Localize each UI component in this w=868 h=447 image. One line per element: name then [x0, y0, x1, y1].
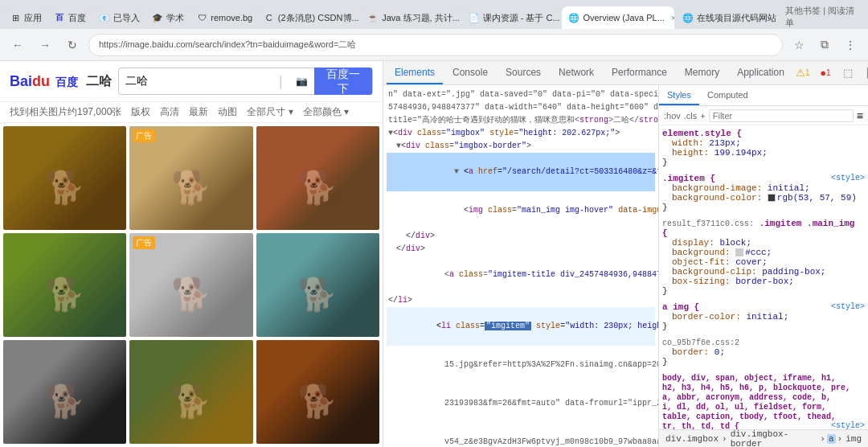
list-item[interactable]: 广告 🐕 买一只二哈多少钱上万淘宝优享品质... — [129, 233, 252, 337]
address-bar[interactable]: https://image.baidu.com/search/index?tn=… — [88, 34, 783, 56]
list-item[interactable]: 🐕 买二哈和哈士奇是一个品种吗上万的淘... — [3, 233, 126, 337]
styles-content[interactable]: element.style { width: 213px; height: 19… — [659, 125, 868, 429]
filter-gif[interactable]: 动图 — [218, 105, 237, 119]
tab-online[interactable]: 🌐 在线项目源代码网站 — [676, 6, 777, 29]
html-line[interactable]: n" data-ext=".jpg" data-saved="0" data-p… — [387, 88, 655, 101]
baidu-search-button[interactable]: 百度一下 — [314, 68, 372, 95]
html-line[interactable]: 23193983&fm=26&fmt=auto" data-fromurl="i… — [387, 384, 655, 423]
filter-latest[interactable]: 最新 — [189, 105, 208, 119]
tab-import[interactable]: 📧 已导入 — [92, 6, 144, 29]
style-prop[interactable]: object-fit: cover; — [662, 257, 865, 267]
image-thumbnail: 🐕 — [3, 233, 126, 337]
style-selector: element.style { — [662, 129, 742, 138]
tab-overview[interactable]: 🌐 Overview (Java PL... × — [562, 6, 674, 29]
baidu-search-input[interactable] — [119, 75, 272, 88]
style-prop[interactable]: border-color: initial; — [662, 312, 865, 322]
html-line[interactable]: 15.jpg&refer=http%3A%2F%2Fn.sinaimg.cn&a… — [387, 346, 655, 384]
tab-apps[interactable]: ⊞ 应用 — [3, 6, 46, 29]
style-selector-imgitem: .imgitem { — [662, 174, 715, 183]
tab-baidu[interactable]: 百 百度 — [47, 6, 90, 29]
devtab-console[interactable]: Console — [444, 62, 496, 84]
list-item[interactable]: 🐕 高冷的哈士奇遇到好动的猫咪，猫咪... — [256, 233, 379, 337]
filter-hd[interactable]: 高清 — [160, 105, 179, 119]
html-line[interactable]: ▼<div class="imgbox" style="height: 202.… — [387, 127, 655, 140]
devtab-sources[interactable]: Sources — [497, 62, 549, 84]
image-thumbnail: 🐕 — [256, 340, 379, 444]
tab-label-baidu: 百度 — [68, 12, 86, 24]
html-line[interactable]: </div> — [387, 230, 655, 243]
forward-button[interactable]: → — [34, 34, 56, 56]
devtab-elements[interactable]: Elements — [387, 62, 443, 84]
style-prop[interactable]: box-sizing: border-box; — [662, 277, 865, 286]
list-item[interactable]: 🐕 二哈 — [3, 340, 126, 444]
style-prop[interactable]: background-image: initial; — [662, 183, 865, 193]
html-line[interactable]: <li class="imgitem" style="width: 230px;… — [387, 307, 655, 346]
html-line[interactable]: ▼<div class="imgbox-border"> — [387, 140, 655, 153]
add-style-btn[interactable]: + — [700, 111, 705, 121]
style-prop[interactable]: height: 199.194px; — [662, 148, 865, 158]
html-panel[interactable]: n" data-ext=".jpg" data-saved="0" data-p… — [383, 85, 659, 447]
tab-label-apps: 应用 — [24, 12, 42, 24]
back-button[interactable]: ← — [6, 34, 29, 56]
styles-tab[interactable]: Styles — [659, 85, 699, 105]
tab-java[interactable]: ☕ Java 练习题, 共计... — [361, 6, 460, 29]
list-item[interactable]: 🐕 高冷的哈士奇遇到好动的猫咪，猫... — [129, 340, 252, 444]
filter-copyright[interactable]: 版权 — [131, 105, 150, 119]
html-line[interactable]: <a class="imgitem-title div_2457484936,9… — [387, 256, 655, 294]
color-swatch — [768, 194, 776, 202]
html-line[interactable]: v54_z&e3BgvAzdH3Fw6ptvyj_m0n98c10b9_97wb… — [387, 423, 655, 447]
list-item[interactable]: 广告 🐕 买二哈奇遇上万的淘宝优享品质... — [129, 126, 252, 230]
inspect-icon[interactable]: ⬚ — [839, 64, 857, 82]
styles-settings-icon[interactable]: ≡ — [857, 109, 863, 122]
style-prop[interactable]: background: #ccc; — [662, 248, 865, 257]
extensions-button[interactable]: ⧉ — [813, 34, 836, 56]
html-line[interactable]: 57484936,948847377" data-width="640" dat… — [387, 101, 655, 114]
color-swatch — [735, 248, 743, 256]
warning-icon[interactable]: ⚠ 1 — [794, 64, 812, 82]
html-line[interactable]: <img class="main_img img-hover" data-img… — [387, 191, 655, 230]
style-prop[interactable]: display: block; — [662, 238, 865, 248]
bookmark-button[interactable]: ☆ — [788, 34, 810, 56]
html-line[interactable]: title="高冷的哈士奇遇到好动的猫咪，猫咪意思和<strong>二哈</st… — [387, 114, 655, 127]
breadcrumb-item[interactable]: a — [827, 434, 836, 444]
list-item[interactable]: 🐕 — [256, 126, 379, 230]
image-count: 找到相关图片约197,000张 — [10, 105, 121, 119]
computed-tab[interactable]: Computed — [699, 85, 756, 105]
filter-size[interactable]: 全部尺寸 ▾ — [247, 105, 293, 119]
cls-label: .cls — [684, 111, 698, 121]
tab-csdn[interactable]: C (2条消息) CSDN博... — [257, 6, 359, 29]
reload-button[interactable]: ↻ — [61, 34, 84, 56]
camera-icon[interactable]: 📷 — [289, 76, 314, 87]
style-prop[interactable]: width: 213px; — [662, 138, 865, 148]
tab-academic[interactable]: 🎓 学术 — [145, 6, 188, 29]
image-grid: 🐕 买二哈幼崽多少钱一只-淘宝热卖排行，品质... 广告 🐕 买二哈奇遇上万的淘… — [0, 123, 383, 447]
baidu-search-box: | 📷 百度一下 — [118, 68, 373, 95]
list-item[interactable]: 🐕 买二哈幼崽多少钱一只-淘宝热卖排行，品质... — [3, 126, 126, 230]
devtab-performance[interactable]: Performance — [604, 62, 675, 84]
tab-resource[interactable]: 📄 课内资源 - 基于 C... — [462, 6, 561, 29]
breadcrumb-item[interactable]: div.imgbox — [664, 434, 720, 444]
style-prop[interactable]: background-clip: padding-box; — [662, 267, 865, 277]
devtab-memory[interactable]: Memory — [677, 62, 727, 84]
tab-removebg[interactable]: 🛡 remove.bg — [190, 6, 256, 29]
address-text: https://image.baidu.com/search/index?tn=… — [99, 39, 356, 51]
devtab-application[interactable]: Application — [729, 62, 792, 84]
error-icon[interactable]: ● 1 — [817, 64, 834, 82]
html-line-selected[interactable]: ▼ <a href="/search/detail?ct=503316480&z… — [387, 153, 655, 191]
html-line[interactable]: </div> — [387, 243, 655, 256]
breadcrumb-item[interactable]: div.imgbox-border — [729, 429, 819, 447]
styles-filter-input[interactable] — [709, 109, 854, 122]
device-icon[interactable]: 📱 — [862, 64, 868, 82]
ad-badge: 广告 — [133, 129, 155, 142]
style-source: <style> — [831, 302, 865, 311]
more-button[interactable]: ⋮ — [839, 34, 862, 56]
style-prop[interactable]: border: 0; — [662, 347, 865, 357]
style-prop[interactable]: background-color: rgb(53, 57, 59) — [662, 193, 865, 203]
list-item[interactable]: 🐕 自从养了二哈，朋友从高冷到奶油脸... — [256, 340, 379, 444]
html-line[interactable]: </li> — [387, 294, 655, 307]
filter-color[interactable]: 全部颜色 ▾ — [303, 105, 349, 119]
tab-close-overview[interactable]: × — [671, 14, 675, 23]
devtab-network[interactable]: Network — [551, 62, 602, 84]
style-rule-element: element.style { width: 213px; height: 19… — [662, 129, 865, 167]
breadcrumb-item[interactable]: img — [844, 434, 863, 444]
